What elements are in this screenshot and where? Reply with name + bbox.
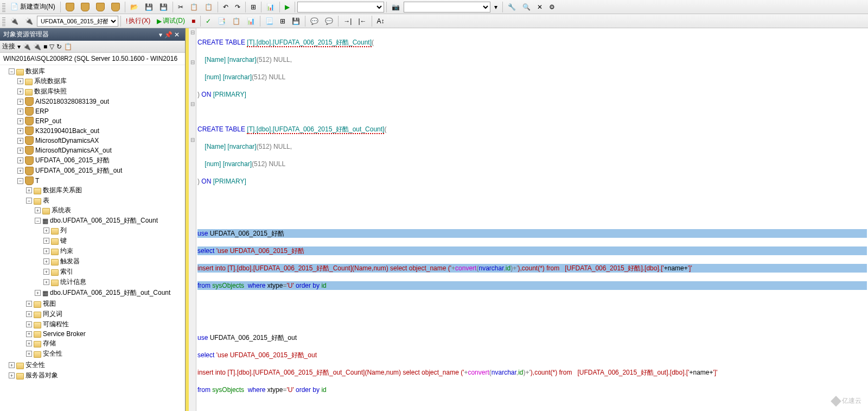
sql-editor[interactable]: CREATE TABLE [T].[dbo].[UFDATA_006_2015_… <box>196 28 868 411</box>
expand-icon[interactable]: + <box>26 187 32 193</box>
node-keys[interactable]: +键 <box>43 236 185 245</box>
node-prog[interactable]: +可编程性 <box>26 320 185 329</box>
expand-icon[interactable]: + <box>17 88 23 94</box>
expand-icon[interactable]: + <box>17 118 23 124</box>
sqlcmd-btn[interactable]: A↕ <box>374 16 387 27</box>
node-triggers[interactable]: +触发器 <box>43 257 185 266</box>
node-securitydb[interactable]: +安全性 <box>26 349 185 358</box>
connect-label[interactable]: 连接 <box>2 42 15 51</box>
connect-btn[interactable]: 🔌 <box>8 16 21 27</box>
expand-icon[interactable]: + <box>26 340 32 346</box>
node-diagrams[interactable]: +数据库关系图 <box>26 186 185 195</box>
node-tables[interactable]: −表 <box>26 196 185 205</box>
node-indexes[interactable]: +索引 <box>43 267 185 276</box>
outdent-btn[interactable]: |← <box>355 16 369 27</box>
expand-icon[interactable]: + <box>26 331 32 337</box>
exp-btn6[interactable]: 📋 <box>64 43 72 50</box>
explorer-tree[interactable]: −数据库 +系统数据库 +数据库快照 +AIS20180328083139_ou… <box>0 65 185 411</box>
node-db-t[interactable]: −T <box>17 176 185 185</box>
expand-icon[interactable]: + <box>26 301 32 307</box>
dd2[interactable] <box>404 2 490 12</box>
node-databases[interactable]: −数据库 <box>9 67 185 76</box>
parse-btn[interactable]: ✓ <box>203 16 214 27</box>
expand-icon[interactable]: + <box>9 372 15 378</box>
saveall-btn[interactable]: 💾 <box>157 2 170 12</box>
node-table1[interactable]: −▦dbo.UFDATA_006_2015_好酷_Count <box>35 216 185 225</box>
debug-btn[interactable]: ▶调试(D) <box>154 16 188 27</box>
node-db5[interactable]: +MicrosoftDynamicsAX <box>17 136 185 145</box>
collapse-icon[interactable]: − <box>17 178 23 184</box>
dd1[interactable] <box>297 2 384 12</box>
node-sysdb[interactable]: +系统数据库 <box>17 77 185 86</box>
expand-icon[interactable]: + <box>35 290 41 296</box>
node-snapshot[interactable]: +数据库快照 <box>17 87 185 96</box>
expand-icon[interactable]: + <box>43 269 49 275</box>
node-db6[interactable]: +MicrosoftDynamicsAX_out <box>17 146 185 155</box>
exp-refresh-btn[interactable]: ↻ <box>56 43 62 50</box>
exp-filter-btn[interactable]: ▽ <box>49 43 54 50</box>
expand-icon[interactable]: + <box>17 99 23 105</box>
tool-btn-3[interactable]: ✕ <box>534 2 545 12</box>
node-db1[interactable]: +AIS20180328083139_out <box>17 97 185 106</box>
expand-icon[interactable]: + <box>17 157 23 163</box>
expand-icon[interactable]: + <box>43 279 49 285</box>
expand-btn[interactable]: ⊞ <box>248 2 259 12</box>
node-constraints[interactable]: +约束 <box>43 246 185 256</box>
collapse-icon[interactable]: − <box>35 218 41 224</box>
expand-icon[interactable]: + <box>43 227 49 233</box>
btn-db3[interactable] <box>93 2 107 12</box>
node-synonyms[interactable]: +同义词 <box>26 309 185 319</box>
stats-btn[interactable]: 📊 <box>244 16 258 27</box>
expand-icon[interactable]: + <box>43 238 49 244</box>
execute-btn[interactable]: !执行(X) <box>123 16 153 27</box>
expand-icon[interactable]: + <box>17 78 23 84</box>
node-views[interactable]: +视图 <box>26 299 185 308</box>
opts-btn[interactable]: 📋 <box>229 16 243 27</box>
res-file-btn[interactable]: 💾 <box>289 16 303 27</box>
uncomment-btn[interactable]: 💬 <box>322 16 336 27</box>
collapse-icon[interactable]: − <box>26 198 32 204</box>
node-security[interactable]: +安全性 <box>9 361 185 370</box>
node-db7[interactable]: +UFDATA_006_2015_好酷 <box>17 156 185 165</box>
tool-btn-4[interactable]: ⚙ <box>546 2 558 12</box>
node-cols[interactable]: +列 <box>43 226 185 235</box>
dropdown-icon[interactable]: ▾ <box>159 31 162 39</box>
node-serverobj[interactable]: +服务器对象 <box>9 371 185 380</box>
save-btn[interactable]: 💾 <box>142 2 156 12</box>
exp-btn3[interactable]: ■ <box>43 43 47 50</box>
exp-btn2[interactable]: 🔌 <box>33 43 41 50</box>
tool-btn-2[interactable]: 🔍 <box>520 2 533 12</box>
btn-db2[interactable] <box>78 2 92 12</box>
expand-icon[interactable]: + <box>35 207 41 213</box>
node-sb[interactable]: +Service Broker <box>26 330 185 338</box>
exp-btn1[interactable]: 🔌 <box>23 43 31 50</box>
btn-cam[interactable]: 📷 <box>389 2 403 12</box>
play-btn[interactable]: ▶ <box>282 2 292 12</box>
expand-icon[interactable]: + <box>17 148 23 154</box>
activity-btn[interactable]: 📊 <box>264 2 277 12</box>
res-grid-btn[interactable]: ⊞ <box>277 16 288 27</box>
node-storage[interactable]: +存储 <box>26 339 185 348</box>
expand-icon[interactable]: + <box>9 362 15 368</box>
node-stats[interactable]: +统计信息 <box>43 277 185 287</box>
redo-btn[interactable]: ↷ <box>232 2 243 12</box>
database-dd[interactable]: UFDATA_006_2015_好酷 <box>37 16 118 27</box>
expand-icon[interactable]: + <box>17 109 23 115</box>
expand-icon[interactable]: + <box>17 128 23 134</box>
node-db8[interactable]: +UFDATA_006_2015_好酷_out <box>17 166 185 175</box>
expand-icon[interactable]: + <box>26 311 32 317</box>
indent-btn[interactable]: →| <box>341 16 354 27</box>
btn-db4[interactable] <box>108 2 123 12</box>
undo-btn[interactable]: ↶ <box>220 2 231 12</box>
dd-arrow[interactable]: ▾ <box>492 2 500 12</box>
node-db3[interactable]: +ERP_out <box>17 117 185 125</box>
node-db4[interactable]: +K320190401Back_out <box>17 127 185 135</box>
btn-db1[interactable] <box>63 2 77 12</box>
tool-btn-1[interactable]: 🔧 <box>505 2 519 12</box>
plan-btn[interactable]: 📑 <box>215 16 228 27</box>
node-db2[interactable]: +ERP <box>17 107 185 116</box>
expand-icon[interactable]: + <box>17 138 23 144</box>
node-systables[interactable]: +系统表 <box>35 206 185 215</box>
expand-icon[interactable]: + <box>17 168 23 174</box>
cut-btn[interactable]: ✂ <box>175 2 186 12</box>
